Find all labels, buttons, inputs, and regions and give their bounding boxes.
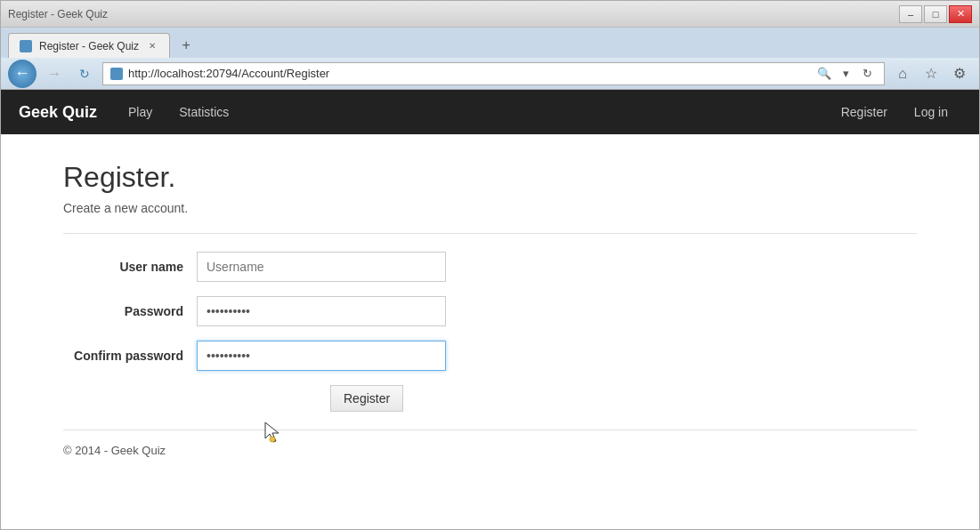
tab-bar: Register - Geek Quiz ✕ + [1,28,979,58]
url-actions: 🔍 ▾ ↻ [814,64,877,84]
app-brand: Geek Quiz [19,103,97,122]
settings-button[interactable]: ⚙ [947,61,972,86]
password-input[interactable] [197,296,446,326]
address-bar: ← → ↻ http://localhost:20794/Account/Reg… [1,58,979,90]
home-button[interactable]: ⌂ [890,61,915,86]
tab-close-button[interactable]: ✕ [146,40,158,52]
username-input[interactable] [197,252,446,282]
top-divider [63,233,917,234]
main-content: Register. Create a new account. User nam… [1,134,979,529]
nav-right: Register Log in [828,92,961,132]
url-text: http://localhost:20794/Account/Register [128,67,809,80]
url-favicon [110,68,123,80]
browser-window: Register - Geek Quiz – □ ✕ Register - Ge… [0,0,980,530]
url-box: http://localhost:20794/Account/Register … [102,62,885,85]
username-label: User name [63,260,197,274]
back-button[interactable]: ← [8,60,36,88]
username-group: User name [63,252,917,282]
password-label: Password [63,304,197,318]
confirm-password-label: Confirm password [63,349,197,363]
tab-favicon [20,40,32,52]
register-submit-button[interactable]: Register [330,385,403,412]
nav-statistics[interactable]: Statistics [166,92,242,132]
favorites-button[interactable]: ☆ [919,61,944,86]
restore-button[interactable]: □ [924,5,947,23]
nav-play[interactable]: Play [115,92,166,132]
new-tab-button[interactable]: + [174,33,198,58]
page-title: Register. [63,161,917,194]
page-content: Geek Quiz Play Statistics Register Log i… [1,90,979,529]
footer-text: © 2014 - Geek Quiz [63,444,917,457]
confirm-password-group: Confirm password [63,341,917,371]
nav-login[interactable]: Log in [901,92,961,132]
nav-register[interactable]: Register [828,92,901,132]
window-controls: – □ ✕ [899,5,972,23]
app-navbar: Geek Quiz Play Statistics Register Log i… [1,90,979,134]
url-refresh-button[interactable]: ↻ [857,64,877,84]
title-bar: Register - Geek Quiz – □ ✕ [1,1,979,28]
submit-button-container: Register [197,385,403,412]
minimize-button[interactable]: – [899,5,922,23]
window-title: Register - Geek Quiz [8,8,108,20]
svg-point-1 [270,437,275,442]
bottom-divider [63,430,917,430]
active-tab[interactable]: Register - Geek Quiz ✕ [8,33,170,58]
page-subtitle: Create a new account. [63,201,917,215]
title-bar-left: Register - Geek Quiz [8,8,108,20]
svg-marker-0 [265,422,279,442]
url-dropdown-button[interactable]: ▾ [836,64,855,84]
tab-title: Register - Geek Quiz [39,40,139,52]
url-search-button[interactable]: 🔍 [814,64,834,84]
toolbar-right: ⌂ ☆ ⚙ [890,61,972,86]
refresh-button[interactable]: ↻ [72,62,97,85]
close-button[interactable]: ✕ [949,5,972,23]
submit-group: Register [63,385,917,412]
confirm-password-input[interactable] [197,341,446,371]
forward-button[interactable]: → [42,62,67,85]
password-group: Password [63,296,917,326]
